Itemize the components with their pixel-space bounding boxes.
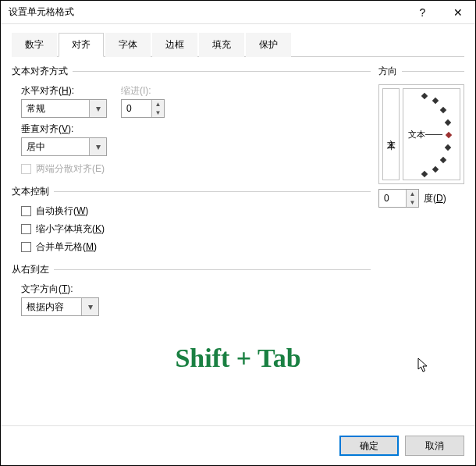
orientation-clock[interactable]: 文本: [403, 88, 460, 180]
text-direction-combo[interactable]: 根据内容 ▾: [21, 297, 99, 316]
group-rtl: 从右到左 文字方向(T): 根据内容 ▾: [12, 263, 371, 316]
tab-alignment[interactable]: 对齐: [59, 33, 104, 57]
chevron-down-icon: ▾: [89, 100, 106, 117]
orientation-vertical-button[interactable]: 文本: [382, 88, 400, 180]
window-title: 设置单元格格式: [9, 5, 405, 19]
degree-spinner[interactable]: 0 ▲ ▼: [378, 189, 419, 208]
content-area: 文本对齐方式 水平对齐(H): 常规 ▾: [1, 57, 475, 425]
tab-font[interactable]: 字体: [105, 33, 151, 57]
tab-fill[interactable]: 填充: [199, 33, 244, 57]
degree-label: 度(D): [424, 192, 446, 205]
group-title-text-alignment: 文本对齐方式: [12, 65, 68, 78]
justify-distributed-checkbox: 两端分散对齐(E): [21, 162, 371, 176]
tab-protection[interactable]: 保护: [246, 33, 291, 57]
justify-distributed-label: 两端分散对齐(E): [36, 162, 105, 176]
chevron-down-icon: ▾: [89, 138, 106, 155]
group-title-rtl: 从右到左: [12, 263, 49, 276]
cancel-button[interactable]: 取消: [405, 436, 464, 456]
ok-button[interactable]: 确定: [339, 436, 399, 456]
group-text-control: 文本控制 自动换行(W) 缩小字体填充(K) 合并单元格(M): [12, 185, 371, 254]
text-direction-value: 根据内容: [27, 301, 64, 314]
tab-border[interactable]: 边框: [152, 33, 197, 57]
degree-value: 0: [379, 190, 406, 207]
tab-number[interactable]: 数字: [12, 33, 57, 57]
wrap-text-checkbox[interactable]: 自动换行(W): [21, 205, 371, 218]
wrap-text-label: 自动换行(W): [36, 205, 88, 218]
orientation-box: 文本 文本: [378, 84, 464, 184]
orientation-clock-label: 文本: [408, 129, 425, 141]
h-align-label: 水平对齐(H):: [21, 84, 107, 98]
indent-spinner[interactable]: 0 ▲ ▼: [121, 99, 165, 118]
close-button[interactable]: ✕: [440, 1, 475, 24]
merge-cells-label: 合并单元格(M): [36, 240, 97, 254]
merge-cells-checkbox[interactable]: 合并单元格(M): [21, 240, 371, 254]
v-align-combo[interactable]: 居中 ▾: [21, 137, 107, 156]
orientation-indicator-line: [425, 134, 442, 135]
group-text-alignment: 文本对齐方式 水平对齐(H): 常规 ▾: [12, 65, 371, 176]
text-direction-label: 文字方向(T):: [21, 283, 371, 296]
shrink-fit-checkbox[interactable]: 缩小字体填充(K): [21, 222, 371, 236]
spinner-up-icon[interactable]: ▲: [152, 100, 164, 108]
group-title-orientation: 方向: [378, 65, 397, 78]
h-align-combo[interactable]: 常规 ▾: [21, 99, 107, 118]
h-align-value: 常规: [27, 102, 45, 116]
titlebar: 设置单元格格式 ? ✕: [1, 1, 475, 24]
dialog-buttons: 确定 取消: [1, 425, 475, 465]
v-align-label: 垂直对齐(V):: [21, 123, 371, 136]
spinner-up-icon[interactable]: ▲: [407, 190, 418, 198]
v-align-value: 居中: [27, 141, 45, 154]
indent-value: 0: [122, 100, 151, 117]
tab-strip: 数字 对齐 字体 边框 填充 保护: [12, 32, 464, 57]
spinner-down-icon[interactable]: ▼: [152, 108, 164, 117]
group-title-text-control: 文本控制: [12, 185, 49, 198]
spinner-down-icon[interactable]: ▼: [407, 198, 418, 207]
indent-label: 缩进(I):: [121, 84, 165, 98]
shrink-fit-label: 缩小字体填充(K): [36, 222, 105, 236]
help-button[interactable]: ?: [405, 1, 440, 24]
chevron-down-icon: ▾: [81, 298, 98, 315]
group-orientation: 方向 文本 文本: [378, 65, 464, 208]
